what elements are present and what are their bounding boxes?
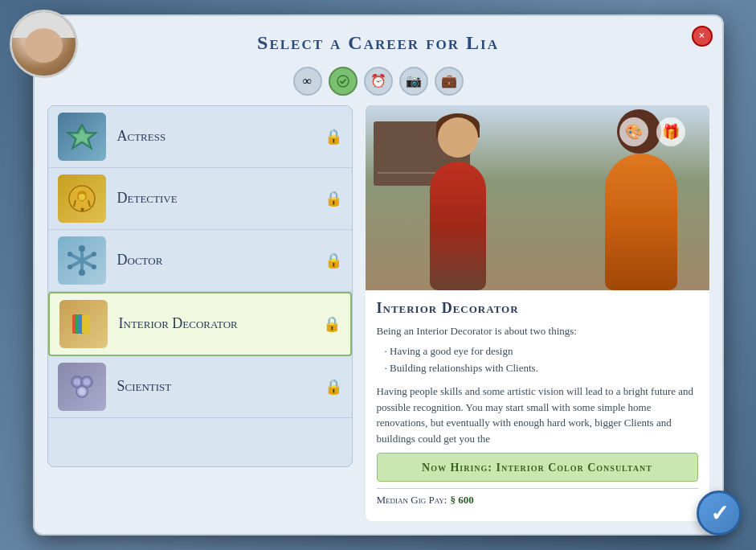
career-select-dialog: Select a Career for Lia × ∞ ⏰ 📷 💼 bbox=[33, 14, 724, 536]
detail-desc-intro: Being an Interior Decorator is about two… bbox=[377, 323, 698, 339]
career-icon-detective: ★ bbox=[58, 174, 106, 223]
filter-all[interactable]: ∞ bbox=[293, 67, 322, 96]
career-lock-decorator: 🔒 bbox=[323, 315, 341, 333]
career-item-doctor[interactable]: Doctor 🔒 bbox=[48, 230, 352, 292]
svg-point-24 bbox=[79, 388, 85, 395]
scene-icon-paint: 🎨 bbox=[619, 117, 648, 146]
confirm-button[interactable]: ✓ bbox=[697, 490, 742, 536]
career-name-detective: Detective bbox=[117, 190, 325, 207]
confirm-check-icon: ✓ bbox=[710, 500, 729, 527]
filter-camera[interactable]: 📷 bbox=[399, 67, 428, 96]
filter-active[interactable] bbox=[329, 67, 358, 96]
dialog-title: Select a Career for Lia bbox=[51, 32, 706, 54]
filter-briefcase[interactable]: 💼 bbox=[435, 67, 464, 96]
sim-character-right bbox=[605, 138, 685, 290]
detail-extra-text: Having people skills and some artistic v… bbox=[377, 384, 698, 446]
hiring-badge: Now Hiring: Interior Color Consultant bbox=[377, 453, 698, 482]
career-item-scientist[interactable]: Scientist 🔒 bbox=[48, 356, 352, 418]
pay-label: Median Gig Pay: bbox=[377, 494, 447, 507]
career-name-decorator: Interior Decorator bbox=[119, 315, 323, 332]
scene-icons: 🎨 🎁 bbox=[619, 117, 685, 146]
career-icon-doctor bbox=[58, 236, 106, 285]
svg-point-11 bbox=[67, 252, 72, 257]
career-icon-scientist bbox=[58, 363, 106, 411]
filter-row: ∞ ⏰ 📷 💼 bbox=[35, 62, 722, 105]
career-icon-decorator bbox=[59, 300, 108, 348]
svg-point-14 bbox=[92, 265, 96, 269]
svg-point-9 bbox=[79, 245, 85, 252]
career-item-actress[interactable]: Actress 🔒 bbox=[48, 106, 352, 168]
detail-text: Interior Decorator Being an Interior Dec… bbox=[366, 290, 709, 521]
career-lock-actress: 🔒 bbox=[325, 128, 342, 146]
svg-point-22 bbox=[74, 379, 80, 385]
career-lock-scientist: 🔒 bbox=[325, 378, 342, 396]
svg-point-4 bbox=[79, 194, 85, 200]
career-icon-actress bbox=[58, 113, 106, 161]
career-name-actress: Actress bbox=[117, 128, 325, 145]
detail-list: Having a good eye for design Building re… bbox=[385, 343, 698, 377]
detail-career-title: Interior Decorator bbox=[377, 300, 698, 317]
scene-icon-gift: 🎁 bbox=[656, 117, 685, 146]
content-area: Actress 🔒 ★ Detective 🔒 bbox=[35, 105, 722, 534]
svg-point-23 bbox=[84, 379, 90, 385]
career-lock-doctor: 🔒 bbox=[325, 252, 342, 269]
svg-point-13 bbox=[67, 265, 72, 269]
career-list: Actress 🔒 ★ Detective 🔒 bbox=[47, 105, 353, 467]
career-name-scientist: Scientist bbox=[117, 378, 325, 395]
svg-rect-18 bbox=[82, 314, 90, 334]
career-lock-detective: 🔒 bbox=[325, 190, 342, 207]
svg-point-10 bbox=[79, 269, 85, 276]
detail-list-item-2: Building relationships with Clients. bbox=[385, 360, 698, 377]
close-button[interactable]: × bbox=[692, 26, 713, 47]
filter-time[interactable]: ⏰ bbox=[364, 67, 393, 96]
dialog-header: Select a Career for Lia × bbox=[35, 16, 722, 62]
svg-point-12 bbox=[92, 252, 96, 257]
detail-list-item-1: Having a good eye for design bbox=[385, 343, 698, 360]
detail-image: 🎨 🎁 bbox=[366, 105, 709, 290]
career-item-detective[interactable]: ★ Detective 🔒 bbox=[48, 168, 352, 230]
detail-panel: 🎨 🎁 Interior Decorator Being an Interior… bbox=[366, 105, 709, 521]
pay-amount: § 600 bbox=[450, 494, 473, 507]
hiring-text: Now Hiring: Interior Color Consultant bbox=[422, 462, 652, 474]
career-item-interior-decorator[interactable]: Interior Decorator 🔒 bbox=[48, 292, 352, 356]
svg-text:★: ★ bbox=[79, 206, 84, 213]
avatar bbox=[10, 10, 78, 78]
sim-character-left bbox=[430, 146, 494, 290]
career-name-doctor: Doctor bbox=[117, 252, 325, 269]
pay-row: Median Gig Pay: § 600 bbox=[377, 488, 698, 511]
